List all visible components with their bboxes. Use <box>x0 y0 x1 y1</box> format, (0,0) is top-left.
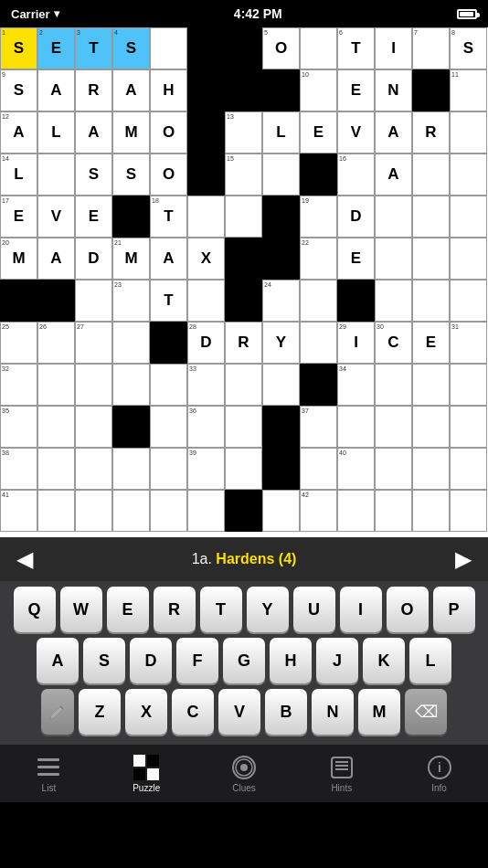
cell-r8-c0[interactable]: 32 <box>0 364 37 406</box>
cell-r8-c3[interactable] <box>112 364 150 406</box>
cell-r0-c7[interactable]: 5O <box>262 27 300 69</box>
cell-r9-c6[interactable] <box>225 406 262 448</box>
cell-r0-c12[interactable]: 8S <box>450 27 487 69</box>
delete-key[interactable]: ⌫ <box>405 689 447 735</box>
key-p[interactable]: P <box>433 587 475 632</box>
tab-puzzle[interactable]: Puzzle <box>98 745 196 802</box>
cell-r8-c10[interactable] <box>375 364 412 406</box>
key-n[interactable]: N <box>312 689 354 735</box>
cell-r3-c3[interactable]: S <box>112 153 150 196</box>
cell-r1-c12[interactable]: 11 <box>450 69 487 111</box>
cell-r3-c10[interactable]: A <box>375 153 412 196</box>
cell-r2-c11[interactable]: R <box>412 111 450 153</box>
cell-r11-c11[interactable] <box>412 490 450 532</box>
cell-r7-c4[interactable] <box>150 322 187 364</box>
cell-r8-c9[interactable]: 34 <box>337 364 375 406</box>
cell-r1-c5[interactable] <box>187 69 225 111</box>
cell-r11-c2[interactable] <box>75 490 112 532</box>
cell-r7-c10[interactable]: 30C <box>375 322 412 364</box>
cell-r5-c9[interactable]: E <box>337 238 375 280</box>
cell-r10-c6[interactable] <box>225 448 262 490</box>
cell-r5-c2[interactable]: D <box>75 238 112 280</box>
cell-r2-c10[interactable]: A <box>375 111 412 153</box>
cell-r1-c11[interactable] <box>412 69 450 111</box>
cell-r2-c3[interactable]: M <box>112 111 150 153</box>
cell-r6-c6[interactable] <box>225 280 262 322</box>
cell-r10-c12[interactable] <box>450 448 487 490</box>
cell-r5-c7[interactable] <box>262 238 300 280</box>
cell-r6-c8[interactable] <box>300 280 337 322</box>
cell-r2-c4[interactable]: O <box>150 111 187 153</box>
cell-r11-c6[interactable] <box>225 490 262 532</box>
cell-r4-c9[interactable]: D <box>337 196 375 238</box>
cell-r2-c6[interactable]: 13 <box>225 111 262 153</box>
cell-r1-c3[interactable]: A <box>112 69 150 111</box>
cell-r10-c8[interactable] <box>300 448 337 490</box>
cell-r3-c1[interactable] <box>37 153 75 196</box>
cell-r11-c4[interactable] <box>150 490 187 532</box>
cell-r9-c1[interactable] <box>37 406 75 448</box>
cell-r11-c0[interactable]: 41 <box>0 490 37 532</box>
cell-r11-c1[interactable] <box>37 490 75 532</box>
cell-r5-c6[interactable] <box>225 238 262 280</box>
cell-r6-c0[interactable] <box>0 280 37 322</box>
key-t[interactable]: T <box>200 587 242 632</box>
pencil-key[interactable] <box>41 689 74 735</box>
cell-r0-c5[interactable] <box>187 27 225 69</box>
cell-r7-c12[interactable]: 31 <box>450 322 487 364</box>
cell-r11-c5[interactable] <box>187 490 225 532</box>
cell-r6-c1[interactable] <box>37 280 75 322</box>
cell-r7-c1[interactable]: 26 <box>37 322 75 364</box>
cell-r1-c8[interactable]: 10 <box>300 69 337 111</box>
cell-r6-c12[interactable] <box>450 280 487 322</box>
cell-r0-c8[interactable] <box>300 27 337 69</box>
key-k[interactable]: K <box>363 638 405 683</box>
cell-r3-c8[interactable] <box>300 153 337 196</box>
cell-r0-c1[interactable]: 2E <box>37 27 75 69</box>
cell-r9-c0[interactable]: 35 <box>0 406 37 448</box>
cell-r9-c2[interactable] <box>75 406 112 448</box>
cell-r8-c12[interactable] <box>450 364 487 406</box>
crossword-container[interactable]: 1S2E3T4S5O6TI78S9SARAH10EN1112ALAMO13LEV… <box>0 27 488 537</box>
key-q[interactable]: Q <box>14 587 56 632</box>
cell-r3-c9[interactable]: 16 <box>337 153 375 196</box>
cell-r7-c7[interactable]: Y <box>262 322 300 364</box>
cell-r3-c6[interactable]: 15 <box>225 153 262 196</box>
cell-r2-c0[interactable]: 12A <box>0 111 37 153</box>
key-s[interactable]: S <box>83 638 125 683</box>
cell-r4-c10[interactable] <box>375 196 412 238</box>
key-m[interactable]: M <box>358 689 400 735</box>
prev-clue-button[interactable]: ◀ <box>9 543 40 576</box>
cell-r5-c5[interactable]: X <box>187 238 225 280</box>
cell-r4-c4[interactable]: 18T <box>150 196 187 238</box>
cell-r9-c5[interactable]: 36 <box>187 406 225 448</box>
key-b[interactable]: B <box>265 689 307 735</box>
key-r[interactable]: R <box>154 587 196 632</box>
cell-r3-c7[interactable] <box>262 153 300 196</box>
tab-list[interactable]: List <box>0 745 98 802</box>
cell-r10-c3[interactable] <box>112 448 150 490</box>
cell-r8-c7[interactable] <box>262 364 300 406</box>
cell-r4-c5[interactable] <box>187 196 225 238</box>
cell-r9-c11[interactable] <box>412 406 450 448</box>
cell-r8-c4[interactable] <box>150 364 187 406</box>
cell-r11-c8[interactable]: 42 <box>300 490 337 532</box>
cell-r0-c6[interactable] <box>225 27 262 69</box>
cell-r7-c8[interactable] <box>300 322 337 364</box>
cell-r11-c3[interactable] <box>112 490 150 532</box>
cell-r5-c3[interactable]: 21M <box>112 238 150 280</box>
cell-r2-c12[interactable] <box>450 111 487 153</box>
cell-r9-c4[interactable] <box>150 406 187 448</box>
cell-r0-c4[interactable] <box>150 27 187 69</box>
key-l[interactable]: L <box>409 638 451 683</box>
cell-r10-c2[interactable] <box>75 448 112 490</box>
cell-r8-c11[interactable] <box>412 364 450 406</box>
cell-r9-c12[interactable] <box>450 406 487 448</box>
cell-r0-c2[interactable]: 3T <box>75 27 112 69</box>
cell-r6-c7[interactable]: 24 <box>262 280 300 322</box>
cell-r1-c2[interactable]: R <box>75 69 112 111</box>
cell-r5-c12[interactable] <box>450 238 487 280</box>
cell-r2-c1[interactable]: L <box>37 111 75 153</box>
cell-r4-c0[interactable]: 17E <box>0 196 37 238</box>
cell-r8-c2[interactable] <box>75 364 112 406</box>
